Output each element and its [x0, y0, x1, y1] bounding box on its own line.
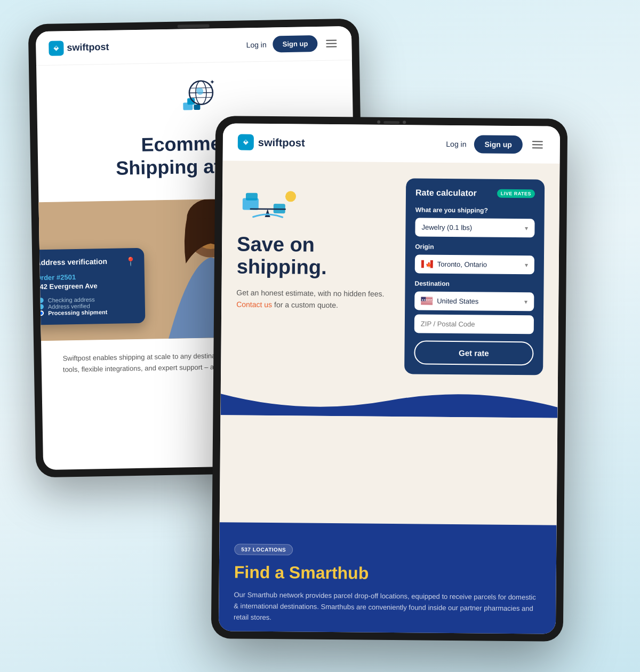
smarthub-description: Our Smarthub network provides parcel dro… — [234, 589, 541, 625]
hamburger-line-3 — [326, 46, 337, 47]
rate-card-title: Rate calculator — [415, 188, 477, 198]
back-logo: swiftpost — [49, 39, 109, 55]
front-screen: swiftpost Log in Sign up — [219, 123, 560, 634]
back-hamburger-menu[interactable] — [324, 37, 339, 49]
destination-select[interactable]: ★★★★★★ United States ▾ — [414, 291, 534, 311]
locations-badge: 537 LOCATIONS — [234, 543, 293, 555]
canada-flag-icon: 🍁 — [421, 260, 433, 268]
origin-label: Origin — [415, 243, 534, 251]
back-signup-button[interactable]: Sign up — [273, 35, 317, 52]
origin-select[interactable]: 🍁 Toronto, Ontario ▾ — [415, 254, 534, 274]
svg-marker-18 — [265, 209, 270, 217]
step-dot-checking — [38, 298, 44, 303]
destination-chevron-icon: ▾ — [524, 298, 527, 306]
tablet-front: swiftpost Log in Sign up — [211, 116, 568, 642]
contact-link[interactable]: Contact us — [236, 300, 272, 309]
step-label-processing: Processing shipment — [48, 309, 107, 316]
what-shipping-select[interactable]: Jewelry (0.1 lbs) ▾ — [415, 218, 534, 237]
get-rate-button[interactable]: Get rate — [414, 340, 533, 365]
origin-value: Toronto, Ontario — [437, 260, 521, 269]
front-main-section: Save on shipping. Get an honest estimate… — [220, 161, 560, 526]
back-nav-actions: Log in Sign up — [246, 35, 339, 53]
front-smarthub-section: 537 LOCATIONS Find a Smarthub Our Smarth… — [219, 522, 557, 634]
what-shipping-label: What are you shipping? — [415, 206, 535, 214]
front-hamburger-line-1 — [532, 141, 543, 142]
front-headline: Save on shipping. — [237, 233, 395, 279]
destination-value: United States — [437, 297, 520, 306]
destination-label: Destination — [414, 279, 534, 288]
front-nav: swiftpost Log in Sign up — [223, 123, 561, 164]
svg-line-7 — [191, 98, 211, 98]
svg-text:✦: ✦ — [209, 78, 214, 85]
svg-rect-28 — [421, 302, 433, 303]
globe-icon: ✦ — [173, 78, 216, 122]
hamburger-line-2 — [326, 43, 337, 44]
back-logo-text: swiftpost — [67, 42, 109, 53]
pin-icon: 📍 — [125, 257, 135, 267]
camera-dot-1 — [377, 121, 380, 124]
live-rates-badge: LIVE RATES — [497, 189, 535, 198]
rate-card-header: Rate calculator LIVE RATES — [415, 188, 535, 198]
front-logo-text: swiftpost — [258, 136, 305, 149]
hamburger-line-1 — [326, 39, 337, 41]
back-nav: swiftpost Log in Sign up — [36, 26, 352, 66]
svg-point-16 — [285, 191, 296, 202]
front-hamburger-menu[interactable] — [530, 139, 545, 150]
svg-rect-20 — [421, 260, 424, 268]
smarthub-title: Find a Smarthub — [234, 562, 541, 585]
front-subtext: Get an honest estimate, with no hidden f… — [236, 286, 394, 311]
front-nav-actions: Log in Sign up — [446, 135, 545, 154]
address-card-order: Order #2501 — [36, 272, 136, 282]
svg-line-17 — [251, 209, 285, 210]
steps-container: Checking address Address verified Proces… — [36, 295, 137, 316]
svg-rect-14 — [246, 193, 258, 201]
back-login-button[interactable]: Log in — [246, 40, 266, 49]
us-flag-icon: ★★★★★★ — [421, 297, 433, 305]
rate-calculator-card: Rate calculator LIVE RATES What are you … — [404, 178, 545, 375]
front-logo: swiftpost — [238, 134, 305, 151]
svg-rect-29 — [421, 303, 433, 304]
front-left-content: Save on shipping. Get an honest estimate… — [236, 177, 395, 374]
address-card-title: Address verification 📍 — [36, 257, 136, 268]
wave-divider — [220, 383, 557, 418]
svg-text:★★★★★★: ★★★★★★ — [421, 298, 433, 301]
zip-postal-input[interactable] — [414, 314, 534, 334]
camera-dot-2 — [403, 121, 406, 124]
front-content-row: Save on shipping. Get an honest estimate… — [221, 161, 560, 391]
front-hamburger-line-3 — [532, 147, 543, 148]
front-signup-button[interactable]: Sign up — [474, 135, 523, 154]
address-card: Address verification 📍 Order #2501 742 E… — [36, 248, 146, 325]
address-card-address: 742 Evergreen Ave — [36, 281, 136, 291]
front-camera — [377, 121, 406, 124]
svg-rect-27 — [421, 301, 433, 302]
what-shipping-value: Jewelry (0.1 lbs) — [421, 223, 521, 233]
svg-rect-2 — [194, 105, 200, 110]
front-hamburger-line-2 — [532, 144, 543, 145]
front-login-button[interactable]: Log in — [446, 140, 466, 148]
svg-text:🍁: 🍁 — [426, 261, 433, 268]
back-camera — [178, 25, 210, 28]
origin-chevron-icon: ▾ — [525, 261, 528, 269]
step-processing: Processing shipment — [38, 308, 137, 316]
step-dot-verified — [38, 304, 44, 309]
camera-bar — [383, 121, 399, 123]
back-logo-icon — [49, 41, 63, 55]
step-dot-processing — [38, 310, 44, 316]
what-chevron-icon: ▾ — [525, 225, 528, 232]
front-logo-icon — [238, 134, 254, 150]
